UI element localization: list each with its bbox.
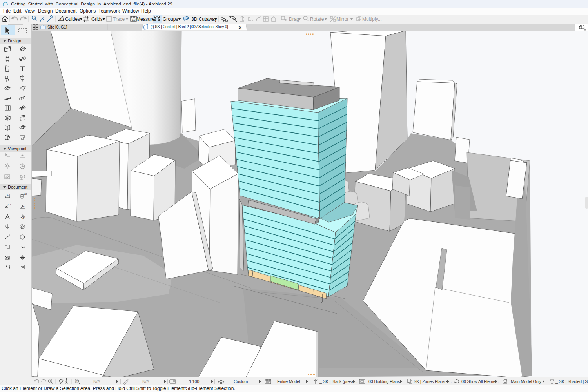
svg-text:α: α (23, 205, 25, 207)
svg-text:A1: A1 (22, 217, 26, 220)
svg-text:12: 12 (132, 18, 135, 22)
svg-text:1.2: 1.2 (7, 203, 11, 206)
svg-text:✕: ✕ (238, 25, 242, 30)
svg-text:x: x (317, 294, 318, 298)
svg-text:1.2: 1.2 (24, 193, 27, 195)
svg-text:?: ? (76, 379, 78, 383)
svg-text:1.2: 1.2 (7, 194, 10, 196)
